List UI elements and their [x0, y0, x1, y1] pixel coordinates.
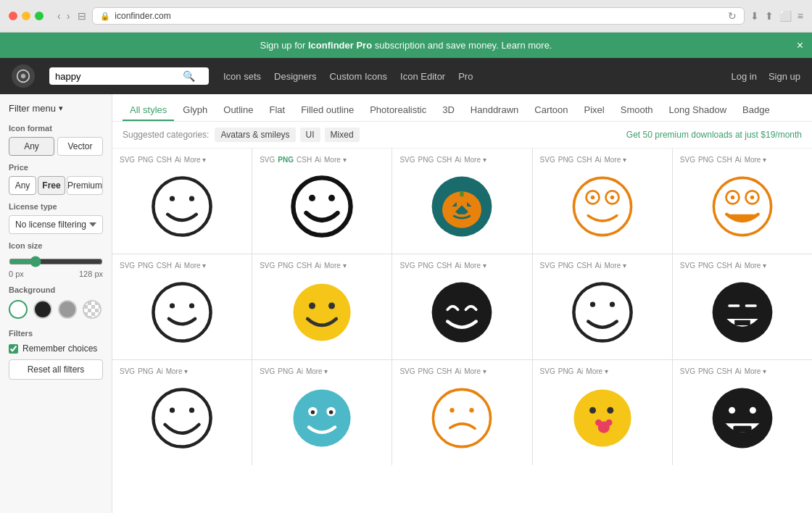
tab-3d[interactable]: 3D — [435, 100, 462, 121]
tab-handdrawn[interactable]: Handdrawn — [463, 100, 526, 121]
fmt-more[interactable]: More ▾ — [604, 156, 626, 164]
size-slider[interactable] — [9, 256, 103, 267]
category-avatars[interactable]: Avatars & smileys — [215, 128, 295, 142]
format-any-button[interactable]: Any — [9, 137, 54, 156]
icon-cell[interactable]: SVG PNG CSH Ai More ▾ — [533, 149, 672, 254]
fmt-more[interactable]: More ▾ — [324, 262, 347, 270]
nav-icon-editor[interactable]: Icon Editor — [400, 71, 445, 82]
more-icon[interactable]: ≡ — [798, 10, 803, 22]
close-button[interactable] — [9, 12, 17, 20]
address-text: iconfinder.com — [115, 11, 170, 21]
fmt-more[interactable]: More ▾ — [464, 367, 486, 375]
fmt-more[interactable]: More ▾ — [306, 367, 328, 375]
window-layout-button[interactable]: ⊟ — [78, 10, 86, 22]
minimize-button[interactable] — [22, 12, 30, 20]
icon-cell[interactable]: SVG PNG CSH Ai More ▾ — [252, 149, 392, 254]
icon-cell[interactable]: SVG PNG CSH Ai More ▾ — [673, 149, 812, 254]
signup-link[interactable]: Sign up — [768, 71, 800, 82]
tab-flat[interactable]: Flat — [262, 100, 292, 121]
price-premium-button[interactable]: Premium — [67, 176, 103, 195]
tab-all-styles[interactable]: All styles — [123, 100, 174, 121]
icon-formats: SVG PNG CSH Ai More ▾ — [680, 262, 805, 270]
fullscreen-icon[interactable]: ⬜ — [779, 10, 792, 22]
icon-cell[interactable]: SVG PNG CSH Ai More ▾ — [392, 360, 531, 465]
tab-pixel[interactable]: Pixel — [577, 100, 612, 121]
bg-gray-swatch[interactable] — [58, 300, 77, 319]
bg-checker-swatch[interactable] — [83, 300, 102, 319]
fmt-more[interactable]: More ▾ — [745, 262, 767, 270]
icon-cell[interactable]: SVG PNG CSH Ai More ▾ — [392, 254, 531, 359]
back-button[interactable]: ‹ — [55, 10, 63, 22]
bg-black-swatch[interactable] — [33, 300, 52, 319]
remember-choices-label[interactable]: Remember choices — [9, 343, 103, 354]
nav-custom-icons[interactable]: Custom Icons — [330, 71, 387, 82]
price-any-button[interactable]: Any — [9, 176, 36, 195]
format-vector-button[interactable]: Vector — [57, 137, 103, 156]
fmt-more[interactable]: More ▾ — [586, 367, 608, 375]
tab-long-shadow[interactable]: Long Shadow — [662, 100, 734, 121]
icon-formats: SVG PNG CSH Ai More ▾ — [120, 262, 244, 270]
banner-brand-link[interactable]: Iconfinder Pro — [308, 40, 372, 51]
tab-outline[interactable]: Outline — [216, 100, 260, 121]
icon-preview — [120, 272, 244, 352]
reset-filters-button[interactable]: Reset all filters — [9, 359, 103, 380]
category-mixed[interactable]: Mixed — [325, 128, 360, 142]
tab-filled-outline[interactable]: Filled outline — [294, 100, 361, 121]
icon-cell[interactable]: SVG PNG CSH Ai More ▾ — [392, 149, 531, 254]
promo-banner: Sign up for Iconfinder Pro subscription … — [0, 33, 812, 58]
svg-point-34 — [590, 302, 595, 307]
forward-button[interactable]: › — [65, 10, 72, 22]
icon-cell[interactable]: SVG PNG Ai More ▾ — [533, 360, 672, 465]
nav-arrows: ‹ › — [55, 10, 72, 22]
fmt-more[interactable]: More ▾ — [464, 262, 486, 270]
maximize-button[interactable] — [35, 12, 44, 20]
fmt-more[interactable]: More ▾ — [745, 367, 767, 375]
icon-cell[interactable]: SVG PNG CSH Ai More ▾ — [252, 254, 392, 359]
icon-cell[interactable]: SVG PNG CSH Ai More ▾ — [533, 254, 672, 359]
nav-designers[interactable]: Designers — [274, 71, 317, 82]
share-icon[interactable]: ⬆ — [765, 10, 774, 22]
icon-cell[interactable]: SVG PNG CSH Ai More ▾ — [673, 254, 812, 359]
nav-icon-sets[interactable]: Icon sets — [223, 71, 261, 82]
login-link[interactable]: Log in — [731, 71, 756, 82]
search-input[interactable] — [55, 71, 178, 82]
fmt-more[interactable]: More ▾ — [184, 262, 207, 270]
refresh-icon[interactable]: ↻ — [728, 10, 737, 22]
banner-close-button[interactable]: × — [797, 39, 803, 52]
fmt-more[interactable]: More ▾ — [464, 156, 486, 164]
fmt-png: PNG — [278, 262, 294, 270]
tab-photorealistic[interactable]: Photorealistic — [362, 100, 434, 121]
bg-white-swatch[interactable] — [9, 300, 28, 319]
icon-formats: SVG PNG CSH Ai More ▾ — [680, 367, 805, 375]
fmt-more[interactable]: More ▾ — [745, 156, 767, 164]
icon-cell[interactable]: SVG PNG Ai More ▾ — [112, 360, 252, 465]
icon-cell[interactable]: SVG PNG Ai More ▾ — [252, 360, 392, 465]
license-select[interactable]: No license filtering — [9, 215, 103, 234]
fmt-svg: SVG — [680, 367, 695, 375]
filter-menu-button[interactable]: Filter menu ▾ — [9, 103, 103, 114]
logo[interactable] — [12, 64, 35, 88]
size-labels: 0 px 128 px — [9, 270, 103, 278]
fmt-png: PNG — [418, 156, 434, 164]
price-free-button[interactable]: Free — [38, 176, 65, 195]
nav-pro[interactable]: Pro — [458, 71, 473, 82]
tab-glyph[interactable]: Glyph — [175, 100, 215, 121]
remember-choices-checkbox[interactable] — [9, 344, 18, 354]
format-buttons: Any Vector — [9, 137, 103, 156]
icon-cell[interactable]: SVG PNG CSH Ai More ▾ — [112, 149, 252, 254]
tab-cartoon[interactable]: Cartoon — [527, 100, 575, 121]
fmt-more[interactable]: More ▾ — [166, 367, 188, 375]
icon-cell[interactable]: SVG PNG CSH Ai More ▾ — [673, 360, 812, 465]
category-ui[interactable]: UI — [300, 128, 320, 142]
fmt-more[interactable]: More ▾ — [324, 156, 347, 164]
search-button[interactable]: 🔍 — [183, 70, 195, 82]
filter-menu-label: Filter menu — [9, 103, 56, 114]
tab-badge[interactable]: Badge — [735, 100, 777, 121]
download-icon[interactable]: ⬇ — [750, 10, 759, 22]
premium-link[interactable]: Get 50 premium downloads at just $19/mon… — [626, 130, 802, 140]
tab-smooth[interactable]: Smooth — [613, 100, 660, 121]
fmt-more[interactable]: More ▾ — [604, 262, 626, 270]
fmt-ai: Ai — [735, 156, 742, 164]
icon-cell[interactable]: SVG PNG CSH Ai More ▾ — [112, 254, 252, 359]
fmt-more[interactable]: More ▾ — [184, 156, 207, 164]
